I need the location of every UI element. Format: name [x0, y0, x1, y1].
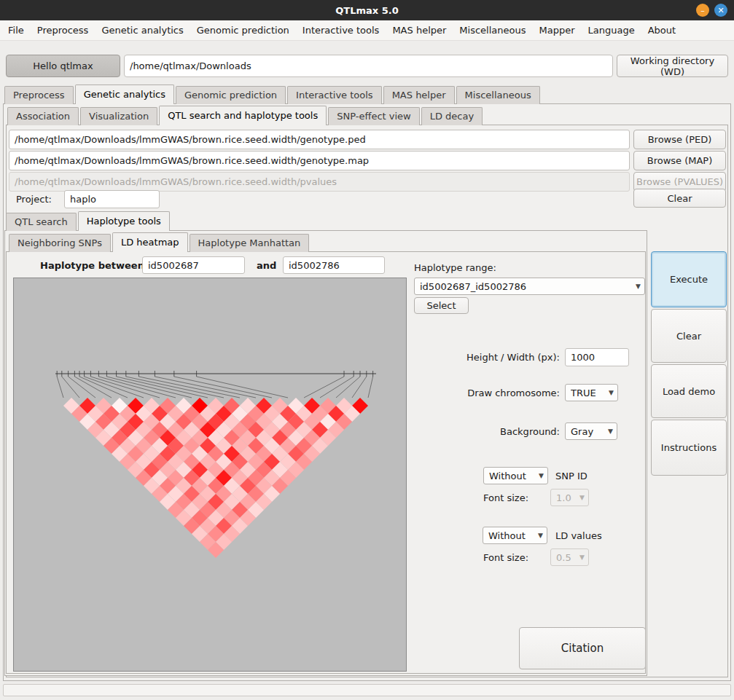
map-file-input[interactable] [9, 151, 630, 170]
draw-chromosome-value: TRUE [571, 388, 605, 398]
draw-chromosome-label: Draw chromosome: [436, 388, 560, 398]
citation-button[interactable]: Citation [519, 627, 646, 669]
tab-snp-effect-view[interactable]: SNP-effect view [328, 107, 420, 125]
background-label: Background: [436, 426, 560, 437]
tab-miscellaneous[interactable]: Miscellaneous [456, 86, 540, 104]
hello-user-button[interactable]: Hello qtlmax [6, 55, 120, 77]
ld-values-dropdown[interactable]: Without ▼ [483, 527, 547, 544]
ld-font-size-value: 0.5 [556, 552, 576, 563]
menu-item-miscellaneous[interactable]: Miscellaneous [453, 20, 532, 41]
execute-button[interactable]: Execute [651, 251, 727, 307]
tab-association[interactable]: Association [7, 107, 79, 125]
tab-ld-decay[interactable]: LD decay [421, 107, 483, 125]
qtl-tabbar: QTL search Haplotype tools [6, 212, 170, 231]
snp-font-size-dropdown: 1.0 ▼ [550, 489, 589, 506]
tab-qtl-search[interactable]: QTL search [6, 213, 77, 231]
pvalues-file-input [9, 172, 630, 192]
background-value: Gray [571, 426, 604, 437]
haplotype-between-label: Haplotype between [40, 260, 144, 271]
ped-file-input[interactable] [9, 130, 630, 149]
app-window: QTLmax 5.0 – ✕ File Preprocess Genetic a… [0, 0, 734, 700]
chevron-down-icon: ▼ [539, 472, 544, 479]
tab-mas-helper[interactable]: MAS helper [383, 86, 455, 104]
main-tabbar: Preprocess Genetic analytics Genomic pre… [4, 85, 540, 104]
haplotype-range-label: Haplotype range: [414, 262, 496, 273]
menu-item-genetic-analytics[interactable]: Genetic analytics [95, 20, 190, 41]
snp-id-dropdown[interactable]: Without ▼ [483, 467, 548, 484]
browse-map-button[interactable]: Browse (MAP) [633, 151, 726, 170]
tab-haplotype-tools[interactable]: Haplotype tools [78, 211, 170, 231]
project-label: Project: [16, 194, 52, 205]
clear-fields-button[interactable]: Clear [633, 189, 726, 208]
tab-haplotype-manhattan[interactable]: Haplotype Manhattan [190, 234, 310, 252]
analytics-tabbar: Association Visualization QTL search and… [7, 106, 483, 125]
chevron-down-icon: ▼ [538, 532, 543, 539]
chevron-down-icon: ▼ [579, 494, 585, 501]
menu-item-interactive-tools[interactable]: Interactive tools [296, 20, 386, 41]
snp-font-size-label: Font size: [483, 492, 528, 503]
status-bar [3, 684, 731, 696]
project-input[interactable] [64, 190, 160, 208]
menu-item-genomic-prediction[interactable]: Genomic prediction [190, 20, 296, 41]
tab-visualization[interactable]: Visualization [80, 107, 157, 125]
height-width-label: Height / Width (px): [436, 352, 560, 363]
haplotype-range-value: id5002687_id5002786 [420, 281, 632, 292]
minimize-button[interactable]: – [696, 4, 709, 17]
select-range-button[interactable]: Select [414, 297, 469, 314]
chevron-down-icon: ▼ [609, 389, 614, 396]
menu-item-mapper[interactable]: Mapper [532, 20, 581, 41]
title-bar: QTLmax 5.0 – ✕ [0, 0, 734, 20]
tab-ld-heatmap[interactable]: LD heatmap [112, 232, 188, 252]
snp-id-dropdown-value: Without [489, 471, 535, 481]
tab-neighboring-snps[interactable]: Neighboring SNPs [9, 234, 111, 252]
haplo-tabbar: Neighboring SNPs LD heatmap Haplotype Ma… [9, 233, 309, 252]
snp-font-size-value: 1.0 [556, 492, 576, 503]
tab-interactive-tools[interactable]: Interactive tools [287, 86, 382, 104]
ld-heatmap-canvas [13, 278, 407, 672]
haplotype-range-dropdown[interactable]: id5002687_id5002786 ▼ [414, 278, 645, 295]
window-title: QTLmax 5.0 [335, 5, 398, 16]
chevron-down-icon: ▼ [608, 428, 613, 435]
tab-genomic-prediction[interactable]: Genomic prediction [176, 86, 286, 104]
background-dropdown[interactable]: Gray ▼ [565, 422, 617, 440]
draw-chromosome-dropdown[interactable]: TRUE ▼ [565, 384, 618, 401]
menu-item-file[interactable]: File [1, 20, 31, 41]
haplotype-to-input[interactable] [283, 256, 385, 274]
menu-item-about[interactable]: About [641, 20, 682, 41]
menu-item-mas-helper[interactable]: MAS helper [386, 20, 453, 41]
clear-button[interactable]: Clear [651, 309, 727, 363]
ld-heatmap-plot [14, 278, 406, 671]
height-width-input[interactable] [565, 348, 629, 366]
ld-values-dropdown-value: Without [488, 530, 534, 541]
browse-ped-button[interactable]: Browse (PED) [633, 130, 726, 149]
tab-qtl-search-haplotype[interactable]: QTL search and haplotype tools [159, 106, 327, 125]
working-directory-button[interactable]: Working directory (WD) [617, 55, 728, 77]
instructions-button[interactable]: Instructions [651, 420, 727, 476]
chevron-down-icon: ▼ [579, 554, 585, 561]
load-demo-button[interactable]: Load demo [651, 364, 727, 418]
haplotype-from-input[interactable] [142, 256, 245, 274]
tab-genetic-analytics[interactable]: Genetic analytics [75, 84, 174, 104]
and-label: and [257, 260, 276, 271]
ld-font-size-dropdown: 0.5 ▼ [550, 548, 589, 566]
chevron-down-icon: ▼ [636, 283, 641, 290]
working-directory-input[interactable] [124, 55, 613, 77]
menu-item-preprocess[interactable]: Preprocess [31, 20, 95, 41]
snp-id-label: SNP ID [555, 471, 587, 481]
menu-bar: File Preprocess Genetic analytics Genomi… [0, 20, 734, 41]
ld-values-label: LD values [555, 530, 602, 541]
menu-item-language[interactable]: Language [582, 20, 641, 41]
ld-font-size-label: Font size: [483, 552, 528, 563]
tab-preprocess[interactable]: Preprocess [4, 86, 74, 104]
close-button[interactable]: ✕ [714, 4, 727, 17]
